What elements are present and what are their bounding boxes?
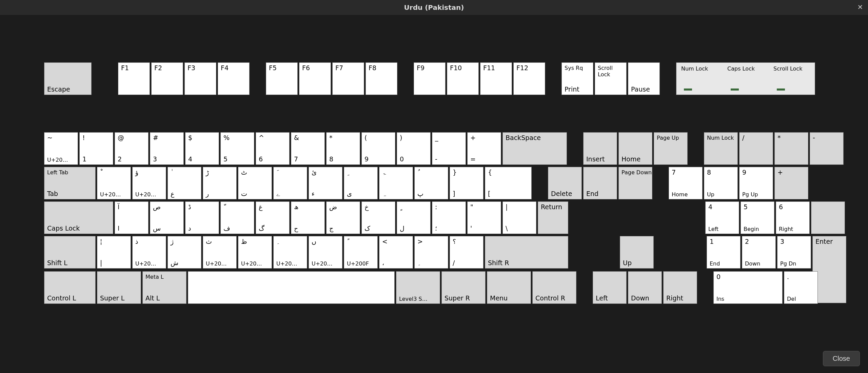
window-close-icon[interactable]: ✕ — [855, 2, 865, 12]
key-t[interactable]: ٹت — [238, 167, 272, 199]
key-super-r[interactable]: Super R — [441, 271, 486, 304]
key-b[interactable]: ۔U+20… — [273, 236, 307, 269]
key-rbracket[interactable]: {[ — [485, 167, 532, 199]
key-j[interactable]: ضج — [326, 201, 360, 234]
key-a[interactable]: آا — [115, 201, 149, 234]
key-6[interactable]: ^6 — [256, 132, 290, 165]
key-u[interactable]: ئء — [309, 167, 342, 199]
key-super-l[interactable]: Super L — [97, 271, 141, 304]
key-numpad-6[interactable]: 6Right — [776, 201, 810, 234]
key-i[interactable]: ِی — [344, 167, 378, 199]
key-o[interactable]: ۃہ — [379, 167, 413, 199]
key-l[interactable]: ٍل — [397, 201, 431, 234]
key-up[interactable]: Up — [620, 236, 654, 269]
key-period[interactable]: >۔ — [414, 236, 448, 269]
key-numpad-blank[interactable] — [811, 201, 845, 234]
key-f2[interactable]: F2 — [151, 62, 183, 95]
key-k[interactable]: خک — [361, 201, 395, 234]
key-lbracket[interactable]: }] — [450, 167, 484, 199]
key-c[interactable]: ثU+20… — [203, 236, 237, 269]
key-numpad-1[interactable]: 1End — [707, 236, 741, 269]
key-f3[interactable]: F3 — [184, 62, 216, 95]
key-pagedown[interactable]: Page Down — [618, 167, 652, 199]
key-f7[interactable]: F7 — [332, 62, 364, 95]
key-slash[interactable]: ؟/ — [450, 236, 484, 269]
key-p[interactable]: ُپ — [414, 167, 448, 199]
key-m[interactable]: ًU+200F — [344, 236, 378, 269]
key-f8[interactable]: F8 — [366, 62, 397, 95]
key-numpad-divide[interactable]: / — [739, 132, 773, 165]
key-left[interactable]: Left — [593, 271, 627, 304]
key-2[interactable]: @2 — [115, 132, 149, 165]
key-menu[interactable]: Menu — [487, 271, 531, 304]
key-control-l[interactable]: Control L — [44, 271, 96, 304]
key-sysrq[interactable]: Sys RqPrint — [561, 62, 593, 95]
key-numpad-9[interactable]: 9Pg Up — [739, 167, 773, 199]
key-x[interactable]: ژش — [167, 236, 201, 269]
key-pause[interactable]: Pause — [628, 62, 660, 95]
key-7[interactable]: &7 — [291, 132, 325, 165]
key-f9[interactable]: F9 — [414, 62, 446, 95]
key-insert[interactable]: Insert — [583, 132, 617, 165]
key-f10[interactable]: F10 — [447, 62, 479, 95]
key-8[interactable]: *8 — [326, 132, 360, 165]
key-z[interactable]: ذU+20… — [132, 236, 166, 269]
key-f6[interactable]: F6 — [299, 62, 331, 95]
key-level3[interactable]: Level3 S… — [396, 271, 440, 304]
key-y[interactable]: َے — [273, 167, 307, 199]
key-scroll-lock[interactable]: Scroll Lock — [595, 62, 627, 95]
key-return[interactable]: Return — [538, 201, 568, 234]
key-4[interactable]: $4 — [185, 132, 219, 165]
key-numpad-0[interactable]: 0Ins — [713, 271, 783, 304]
key-5[interactable]: %5 — [220, 132, 254, 165]
key-f11[interactable]: F11 — [480, 62, 512, 95]
key-1[interactable]: !1 — [79, 132, 113, 165]
key-h[interactable]: ھح — [291, 201, 325, 234]
key-equal[interactable]: += — [467, 132, 501, 165]
key-numpad-5[interactable]: 5Begin — [741, 201, 774, 234]
key-tilde[interactable]: ~U+20… — [44, 132, 78, 165]
key-home[interactable]: Home — [618, 132, 652, 165]
key-f1[interactable]: F1 — [118, 62, 150, 95]
key-numpad-3[interactable]: 3Pg Dn — [777, 236, 811, 269]
key-numlock[interactable]: Num Lock — [704, 132, 738, 165]
key-e[interactable]: ٰع — [167, 167, 201, 199]
key-n[interactable]: ںU+20… — [309, 236, 342, 269]
key-backslash[interactable]: |\ — [502, 201, 536, 234]
key-right[interactable]: Right — [663, 271, 697, 304]
key-semicolon[interactable]: :؛ — [432, 201, 466, 234]
key-numpad-multiply[interactable]: * — [774, 132, 808, 165]
close-button[interactable]: Close — [823, 351, 860, 366]
key-numpad-8[interactable]: 8Up — [704, 167, 738, 199]
key-escape[interactable]: Escape — [44, 62, 92, 95]
key-r[interactable]: ڑر — [203, 167, 237, 199]
key-q[interactable]: ْU+20… — [97, 167, 131, 199]
key-w[interactable]: ؤU+20… — [132, 167, 166, 199]
key-v[interactable]: ظU+20… — [238, 236, 272, 269]
key-pageup[interactable]: Page Up — [654, 132, 688, 165]
key-minus[interactable]: _- — [432, 132, 466, 165]
key-lsgt[interactable]: ¦| — [97, 236, 131, 269]
key-numpad-4[interactable]: 4Left — [705, 201, 739, 234]
key-numpad-2[interactable]: 2Down — [742, 236, 776, 269]
key-end[interactable]: End — [583, 167, 617, 199]
key-quote[interactable]: "' — [467, 201, 501, 234]
key-numpad-7[interactable]: 7Home — [669, 167, 703, 199]
key-9[interactable]: (9 — [361, 132, 395, 165]
key-s[interactable]: صس — [150, 201, 184, 234]
key-f[interactable]: ّف — [220, 201, 254, 234]
key-shift-l[interactable]: Shift L — [44, 236, 96, 269]
key-alt-l[interactable]: Meta LAlt L — [142, 271, 186, 304]
key-down[interactable]: Down — [628, 271, 662, 304]
key-numpad-decimal[interactable]: .Del — [784, 271, 818, 304]
key-control-r[interactable]: Control R — [532, 271, 576, 304]
key-capslock[interactable]: Caps Lock — [44, 201, 113, 234]
key-g[interactable]: غگ — [256, 201, 290, 234]
key-3[interactable]: #3 — [150, 132, 184, 165]
key-f5[interactable]: F5 — [266, 62, 298, 95]
key-f12[interactable]: F12 — [513, 62, 545, 95]
key-f4[interactable]: F4 — [218, 62, 250, 95]
key-shift-r[interactable]: Shift R — [485, 236, 568, 269]
key-backspace[interactable]: BackSpace — [502, 132, 567, 165]
key-comma[interactable]: <، — [379, 236, 413, 269]
